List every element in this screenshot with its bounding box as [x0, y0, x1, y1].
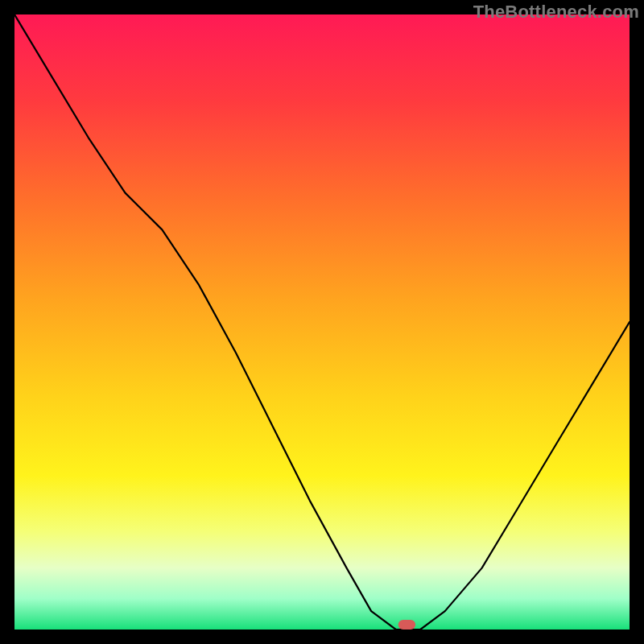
chart-stage: TheBottleneck.com — [0, 0, 644, 644]
optimal-marker — [398, 620, 415, 630]
chart-plot — [14, 14, 630, 630]
watermark-text: TheBottleneck.com — [473, 2, 639, 23]
gradient-background — [14, 14, 630, 630]
chart-svg — [14, 14, 630, 630]
